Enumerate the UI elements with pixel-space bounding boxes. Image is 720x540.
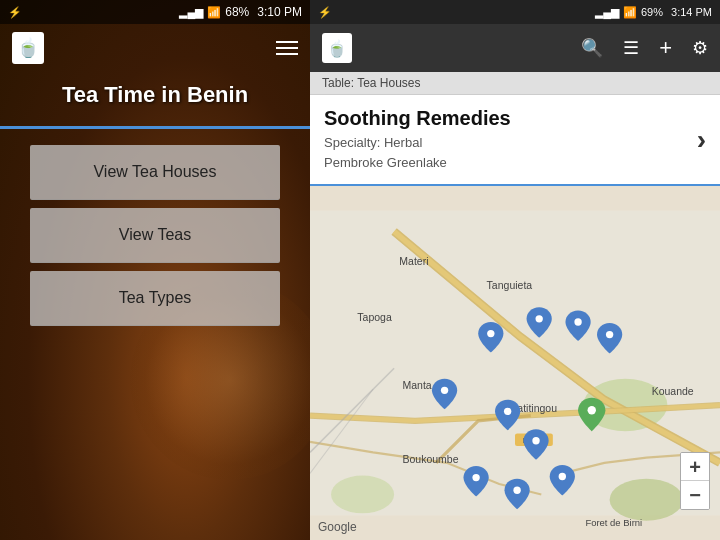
wifi-icon: 📶 — [207, 6, 221, 19]
tea-types-button[interactable]: Tea Types — [30, 271, 280, 326]
svg-point-24 — [472, 474, 479, 481]
map-container[interactable]: RNIE3 Materi Tanguieta Tapoga Manta Nati… — [310, 186, 720, 540]
svg-point-23 — [532, 437, 539, 444]
list-icon[interactable]: ☰ — [623, 37, 639, 59]
svg-point-22 — [504, 408, 511, 415]
map-svg: RNIE3 Materi Tanguieta Tapoga Manta Nati… — [310, 186, 720, 540]
view-teas-button[interactable]: View Teas — [30, 208, 280, 263]
svg-point-27 — [588, 406, 596, 414]
svg-text:Foret de Birni: Foret de Birni — [585, 517, 642, 528]
time-left: 3:10 PM — [257, 5, 302, 19]
tea-house-location: Pembroke Greenlake — [324, 153, 511, 173]
status-right-icons: ▂▄▆ 📶 68% 3:10 PM — [179, 5, 302, 19]
add-icon[interactable]: + — [659, 35, 672, 61]
right-panel: ⚡ ▂▄▆ 📶 69% 3:14 PM 🍵 🔍 ☰ + ⚙ Table: Tea… — [310, 0, 720, 540]
hamburger-menu-icon[interactable] — [276, 41, 298, 55]
search-icon[interactable]: 🔍 — [581, 37, 603, 59]
battery-level-left: 68% — [225, 5, 249, 19]
status-left-right-panel: ⚡ — [318, 6, 332, 19]
svg-text:Tanguieta: Tanguieta — [487, 279, 533, 291]
tea-house-specialty: Specialty: Herbal — [324, 133, 511, 153]
signal-icon-right: ▂▄▆ — [595, 6, 619, 19]
tea-house-name: Soothing Remedies — [324, 107, 511, 130]
map-zoom-controls: + − — [680, 452, 710, 510]
svg-point-18 — [536, 315, 543, 322]
app-icon-left: 🍵 — [12, 32, 44, 64]
time-right: 3:14 PM — [671, 6, 712, 18]
svg-point-20 — [606, 331, 613, 338]
battery-right: 69% — [641, 6, 663, 18]
status-right-right-panel: ▂▄▆ 📶 69% 3:14 PM — [595, 6, 712, 19]
svg-point-25 — [513, 487, 520, 494]
right-status-bar: ⚡ ▂▄▆ 📶 69% 3:14 PM — [310, 0, 720, 24]
svg-point-21 — [441, 387, 448, 394]
svg-point-19 — [574, 318, 581, 325]
toolbar-icons: 🔍 ☰ + ⚙ — [581, 35, 708, 61]
view-tea-houses-button[interactable]: View Tea Houses — [30, 145, 280, 200]
right-toolbar: 🍵 🔍 ☰ + ⚙ — [310, 24, 720, 72]
svg-text:Materi: Materi — [399, 255, 428, 267]
divider-line — [0, 126, 310, 129]
app-title: Tea Time in Benin — [0, 72, 310, 126]
left-panel: ⚡ ▂▄▆ 📶 68% 3:10 PM 🍵 Tea Time in Benin … — [0, 0, 310, 540]
left-status-bar: ⚡ ▂▄▆ 📶 68% 3:10 PM — [0, 0, 310, 24]
svg-text:Tapoga: Tapoga — [357, 311, 392, 323]
app-icon-right: 🍵 — [322, 33, 352, 63]
svg-point-26 — [559, 473, 566, 480]
usb-icon-right: ⚡ — [318, 6, 332, 19]
svg-point-3 — [331, 475, 394, 513]
svg-text:Boukoumbe: Boukoumbe — [403, 453, 459, 465]
tea-house-info: Soothing Remedies Specialty: Herbal Pemb… — [324, 107, 511, 172]
svg-text:Manta: Manta — [403, 379, 432, 391]
status-left-icons: ⚡ — [8, 6, 22, 19]
zoom-out-button[interactable]: − — [681, 481, 709, 509]
left-header: 🍵 — [0, 24, 310, 72]
tea-house-card[interactable]: Soothing Remedies Specialty: Herbal Pemb… — [310, 95, 720, 186]
svg-point-2 — [610, 479, 684, 521]
zoom-in-button[interactable]: + — [681, 453, 709, 481]
svg-point-17 — [487, 330, 494, 337]
signal-icon: ▂▄▆ — [179, 6, 203, 19]
svg-rect-0 — [310, 211, 720, 516]
svg-text:Kouande: Kouande — [652, 385, 694, 397]
menu-buttons: View Tea Houses View Teas Tea Types — [0, 145, 310, 334]
chevron-right-icon[interactable]: › — [697, 124, 706, 156]
google-watermark: Google — [318, 520, 357, 534]
usb-icon: ⚡ — [8, 6, 22, 19]
table-label: Table: Tea Houses — [310, 72, 720, 95]
wifi-icon-right: 📶 — [623, 6, 637, 19]
settings-icon[interactable]: ⚙ — [692, 37, 708, 59]
